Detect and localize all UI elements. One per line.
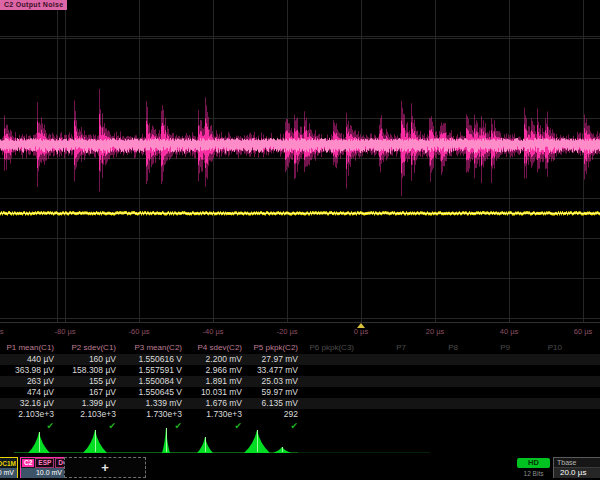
c2-scale-value: 10.0 mV <box>21 468 65 478</box>
table-cell <box>464 376 516 387</box>
waveform-canvas <box>0 0 600 322</box>
table-cell: P5 pkpk(C2) <box>248 340 304 354</box>
table-cell <box>464 409 516 420</box>
time-tick-label: 20 µs <box>426 327 445 336</box>
table-cell: 10.031 mV <box>188 387 248 398</box>
trend-canvas <box>0 428 600 456</box>
table-cell <box>568 398 600 409</box>
time-axis: -100 µs-80 µs-60 µs-40 µs-20 µs0 µs20 µs… <box>0 323 600 339</box>
measure-table[interactable]: P1 mean(C1)P2 sdev(C1)P3 mean(C2)P4 sdev… <box>0 340 600 432</box>
table-cell: 160 µV <box>60 354 122 365</box>
time-tick-label: -60 µs <box>129 327 150 336</box>
channel-c1-descriptor[interactable]: DC1M 10.0 mV <box>0 457 18 478</box>
table-cell: 1.550645 V <box>122 387 188 398</box>
table-cell: 474 µV <box>0 387 60 398</box>
table-cell: 6.135 mV <box>248 398 304 409</box>
table-cell <box>304 398 360 409</box>
table-cell <box>568 354 600 365</box>
table-cell: P8 <box>412 340 464 354</box>
table-cell <box>360 365 412 376</box>
time-tick-label: -40 µs <box>203 327 224 336</box>
table-cell <box>304 387 360 398</box>
table-cell <box>304 409 360 420</box>
table-cell <box>412 354 464 365</box>
table-cell: P2 sdev(C1) <box>60 340 122 354</box>
table-cell <box>304 354 360 365</box>
table-cell: 1.550616 V <box>122 354 188 365</box>
table-row: 263 µV155 µV1.550084 V1.891 mV25.03 mV <box>0 376 600 387</box>
table-cell: 1.339 mV <box>122 398 188 409</box>
table-cell: 59.97 mV <box>248 387 304 398</box>
table-cell: P6 pkpk(C3) <box>304 340 360 354</box>
timebase-label: Tbase <box>554 458 600 468</box>
table-cell <box>304 365 360 376</box>
table-cell <box>412 376 464 387</box>
table-cell: 1.730e+3 <box>122 409 188 420</box>
table-cell: 155 µV <box>60 376 122 387</box>
hd-mode-badge[interactable]: HD <box>517 458 550 468</box>
table-cell <box>516 387 568 398</box>
table-cell: P7 <box>360 340 412 354</box>
table-cell <box>516 409 568 420</box>
table-cell <box>464 387 516 398</box>
table-row: 32.16 µV1.399 µV1.339 mV1.676 mV6.135 mV <box>0 398 600 409</box>
table-cell: 158.308 µV <box>60 365 122 376</box>
table-cell <box>568 376 600 387</box>
table-cell <box>412 365 464 376</box>
plus-icon: + <box>101 460 109 475</box>
channel-c2-descriptor[interactable]: C2 ESP DC1M 10.0 mV <box>20 457 66 478</box>
table-cell <box>412 387 464 398</box>
table-cell <box>464 398 516 409</box>
table-cell: P10 <box>516 340 568 354</box>
table-cell: 1.550084 V <box>122 376 188 387</box>
table-cell <box>360 387 412 398</box>
c1-scale-value: 10.0 mV <box>0 468 17 478</box>
trace-annotation-label[interactable]: C2 Output Noise <box>0 0 67 10</box>
table-cell: 2.200 mV <box>188 354 248 365</box>
table-cell: P3 mean(C2) <box>122 340 188 354</box>
table-row: 363.98 µV158.308 µV1.557591 V2.966 mV33.… <box>0 365 600 376</box>
c2-esp-badge: ESP <box>35 458 54 468</box>
time-tick-label: 60 µs <box>574 327 593 336</box>
table-cell <box>412 409 464 420</box>
table-cell <box>464 365 516 376</box>
table-cell <box>304 376 360 387</box>
time-tick-label: -20 µs <box>277 327 298 336</box>
table-row: 2.103e+32.103e+31.730e+31.730e+3292 <box>0 409 600 420</box>
table-cell: 263 µV <box>0 376 60 387</box>
table-cell <box>516 398 568 409</box>
table-cell <box>516 376 568 387</box>
c2-channel-badge: C2 <box>22 459 34 467</box>
waveform-grid[interactable]: C2 Output Noise <box>0 0 600 323</box>
table-cell: 1.557591 V <box>122 365 188 376</box>
hd-bits-label: 12 Bits <box>517 470 550 477</box>
measurement-trend-strip <box>0 428 600 456</box>
table-cell: 27.97 mV <box>248 354 304 365</box>
timebase-descriptor[interactable]: Tbase 20.0 µs <box>553 457 600 478</box>
descriptor-bar: DC1M 10.0 mV C2 ESP DC1M 10.0 mV + HD 12… <box>0 456 600 480</box>
table-cell <box>568 365 600 376</box>
table-row: 440 µV160 µV1.550616 V2.200 mV27.97 mV <box>0 354 600 365</box>
table-cell <box>568 409 600 420</box>
time-tick-label: 0 µs <box>354 327 368 336</box>
table-cell: P4 sdev(C2) <box>188 340 248 354</box>
table-cell: 1.676 mV <box>188 398 248 409</box>
table-cell: 1.730e+3 <box>188 409 248 420</box>
time-tick-label: -80 µs <box>55 327 76 336</box>
table-cell: 292 <box>248 409 304 420</box>
table-cell: P9 <box>464 340 516 354</box>
time-tick-label: -100 µs <box>0 327 4 336</box>
table-cell: 440 µV <box>0 354 60 365</box>
oscilloscope-screen: C2 Output Noise -100 µs-80 µs-60 µs-40 µ… <box>0 0 600 480</box>
table-cell <box>464 354 516 365</box>
table-cell: P11 <box>568 340 600 354</box>
add-trace-button[interactable]: + <box>64 457 146 478</box>
table-cell: 363.98 µV <box>0 365 60 376</box>
table-cell: 167 µV <box>60 387 122 398</box>
table-cell: 33.477 mV <box>248 365 304 376</box>
table-cell: P1 mean(C1) <box>0 340 60 354</box>
table-cell <box>360 376 412 387</box>
c1-coupling-label: DC1M <box>0 460 16 467</box>
time-tick-label: 40 µs <box>500 327 519 336</box>
table-cell: 25.03 mV <box>248 376 304 387</box>
